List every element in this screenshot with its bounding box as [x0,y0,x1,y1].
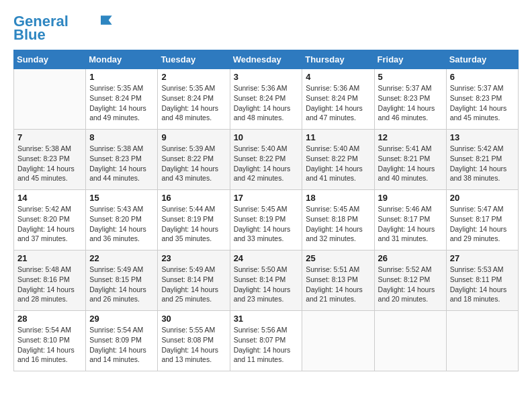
calendar-cell [446,311,518,371]
day-number: 4 [306,72,370,82]
weekday-header: Sunday [14,50,86,69]
calendar-cell: 18Sunrise: 5:45 AM Sunset: 8:18 PM Dayli… [302,190,374,250]
day-info: Sunrise: 5:55 AM Sunset: 8:08 PM Dayligh… [161,325,226,365]
day-number: 26 [378,253,443,263]
day-number: 22 [89,253,154,263]
day-number: 11 [306,132,370,142]
logo-blue: Blue [13,27,46,43]
calendar-cell: 6Sunrise: 5:37 AM Sunset: 8:23 PM Daylig… [446,69,518,130]
day-info: Sunrise: 5:51 AM Sunset: 8:13 PM Dayligh… [306,265,370,304]
calendar-cell: 11Sunrise: 5:40 AM Sunset: 8:22 PM Dayli… [302,130,374,190]
day-number: 7 [17,132,82,142]
calendar-cell: 31Sunrise: 5:56 AM Sunset: 8:07 PM Dayli… [230,311,302,371]
day-info: Sunrise: 5:49 AM Sunset: 8:14 PM Dayligh… [161,265,226,304]
day-number: 8 [89,132,154,142]
day-info: Sunrise: 5:42 AM Sunset: 8:21 PM Dayligh… [450,144,515,183]
calendar-cell: 24Sunrise: 5:50 AM Sunset: 8:14 PM Dayli… [230,250,302,311]
day-info: Sunrise: 5:47 AM Sunset: 8:17 PM Dayligh… [450,204,515,244]
day-info: Sunrise: 5:40 AM Sunset: 8:22 PM Dayligh… [306,144,370,183]
calendar-cell: 21Sunrise: 5:48 AM Sunset: 8:16 PM Dayli… [14,250,86,311]
calendar-cell: 17Sunrise: 5:45 AM Sunset: 8:19 PM Dayli… [230,190,302,250]
day-info: Sunrise: 5:50 AM Sunset: 8:14 PM Dayligh… [234,265,299,304]
calendar-cell: 16Sunrise: 5:44 AM Sunset: 8:19 PM Dayli… [158,190,230,250]
day-info: Sunrise: 5:52 AM Sunset: 8:12 PM Dayligh… [378,265,443,304]
calendar-week-row: 14Sunrise: 5:42 AM Sunset: 8:20 PM Dayli… [14,190,519,250]
calendar-cell: 13Sunrise: 5:42 AM Sunset: 8:21 PM Dayli… [446,130,518,190]
day-number: 24 [234,253,299,263]
calendar-header-row: SundayMondayTuesdayWednesdayThursdayFrid… [14,50,519,69]
calendar-cell: 2Sunrise: 5:35 AM Sunset: 8:24 PM Daylig… [158,69,230,130]
day-number: 10 [234,132,299,142]
calendar-cell: 12Sunrise: 5:41 AM Sunset: 8:21 PM Dayli… [374,130,446,190]
calendar-cell: 25Sunrise: 5:51 AM Sunset: 8:13 PM Dayli… [302,250,374,311]
svg-marker-0 [101,15,112,24]
day-number: 1 [89,72,154,82]
day-number: 25 [306,253,370,263]
day-number: 31 [234,314,299,324]
day-info: Sunrise: 5:35 AM Sunset: 8:24 PM Dayligh… [89,83,154,123]
day-number: 30 [161,314,226,324]
day-info: Sunrise: 5:54 AM Sunset: 8:10 PM Dayligh… [17,325,82,365]
weekday-header: Friday [374,50,446,69]
weekday-header: Tuesday [158,50,230,69]
calendar-cell: 5Sunrise: 5:37 AM Sunset: 8:23 PM Daylig… [374,69,446,130]
day-info: Sunrise: 5:40 AM Sunset: 8:22 PM Dayligh… [234,144,299,183]
day-info: Sunrise: 5:38 AM Sunset: 8:23 PM Dayligh… [89,144,154,183]
day-info: Sunrise: 5:37 AM Sunset: 8:23 PM Dayligh… [378,83,443,123]
calendar-week-row: 28Sunrise: 5:54 AM Sunset: 8:10 PM Dayli… [14,311,519,371]
day-info: Sunrise: 5:46 AM Sunset: 8:17 PM Dayligh… [378,204,443,244]
calendar-cell: 30Sunrise: 5:55 AM Sunset: 8:08 PM Dayli… [158,311,230,371]
day-info: Sunrise: 5:45 AM Sunset: 8:19 PM Dayligh… [234,204,299,244]
day-number: 17 [234,193,299,203]
day-number: 3 [234,72,299,82]
day-info: Sunrise: 5:42 AM Sunset: 8:20 PM Dayligh… [17,204,82,244]
calendar-cell: 23Sunrise: 5:49 AM Sunset: 8:14 PM Dayli… [158,250,230,311]
weekday-header: Monday [86,50,158,69]
calendar-cell: 19Sunrise: 5:46 AM Sunset: 8:17 PM Dayli… [374,190,446,250]
day-number: 21 [17,253,82,263]
calendar-week-row: 7Sunrise: 5:38 AM Sunset: 8:23 PM Daylig… [14,130,519,190]
day-info: Sunrise: 5:45 AM Sunset: 8:18 PM Dayligh… [306,204,370,244]
calendar-cell [302,311,374,371]
calendar-cell: 4Sunrise: 5:36 AM Sunset: 8:24 PM Daylig… [302,69,374,130]
calendar-cell [374,311,446,371]
day-number: 20 [450,193,515,203]
day-info: Sunrise: 5:54 AM Sunset: 8:09 PM Dayligh… [89,325,154,365]
calendar-week-row: 21Sunrise: 5:48 AM Sunset: 8:16 PM Dayli… [14,250,519,311]
day-number: 2 [161,72,226,82]
calendar-cell: 28Sunrise: 5:54 AM Sunset: 8:10 PM Dayli… [14,311,86,371]
day-info: Sunrise: 5:43 AM Sunset: 8:20 PM Dayligh… [89,204,154,244]
calendar-cell: 10Sunrise: 5:40 AM Sunset: 8:22 PM Dayli… [230,130,302,190]
calendar-cell: 27Sunrise: 5:53 AM Sunset: 8:11 PM Dayli… [446,250,518,311]
day-info: Sunrise: 5:39 AM Sunset: 8:22 PM Dayligh… [161,144,226,183]
calendar-week-row: 1Sunrise: 5:35 AM Sunset: 8:24 PM Daylig… [14,69,519,130]
calendar-cell: 1Sunrise: 5:35 AM Sunset: 8:24 PM Daylig… [86,69,158,130]
day-info: Sunrise: 5:49 AM Sunset: 8:15 PM Dayligh… [89,265,154,304]
day-number: 19 [378,193,443,203]
day-info: Sunrise: 5:38 AM Sunset: 8:23 PM Dayligh… [17,144,82,183]
logo: General Blue [13,13,114,43]
day-number: 18 [306,193,370,203]
day-info: Sunrise: 5:35 AM Sunset: 8:24 PM Dayligh… [161,83,226,123]
calendar-cell: 3Sunrise: 5:36 AM Sunset: 8:24 PM Daylig… [230,69,302,130]
calendar-cell: 8Sunrise: 5:38 AM Sunset: 8:23 PM Daylig… [86,130,158,190]
day-info: Sunrise: 5:56 AM Sunset: 8:07 PM Dayligh… [234,325,299,365]
day-number: 16 [161,193,226,203]
calendar-cell: 22Sunrise: 5:49 AM Sunset: 8:15 PM Dayli… [86,250,158,311]
day-info: Sunrise: 5:37 AM Sunset: 8:23 PM Dayligh… [450,83,515,123]
weekday-header: Wednesday [230,50,302,69]
day-info: Sunrise: 5:36 AM Sunset: 8:24 PM Dayligh… [234,83,299,123]
day-number: 12 [378,132,443,142]
calendar-cell: 7Sunrise: 5:38 AM Sunset: 8:23 PM Daylig… [14,130,86,190]
logo-flag-icon [101,15,114,25]
day-number: 9 [161,132,226,142]
calendar-cell: 14Sunrise: 5:42 AM Sunset: 8:20 PM Dayli… [14,190,86,250]
day-number: 27 [450,253,515,263]
calendar-cell: 20Sunrise: 5:47 AM Sunset: 8:17 PM Dayli… [446,190,518,250]
header: General Blue [13,13,519,43]
calendar: SundayMondayTuesdayWednesdayThursdayFrid… [13,50,519,371]
day-number: 6 [450,72,515,82]
calendar-cell: 26Sunrise: 5:52 AM Sunset: 8:12 PM Dayli… [374,250,446,311]
day-number: 13 [450,132,515,142]
weekday-header: Saturday [446,50,518,69]
